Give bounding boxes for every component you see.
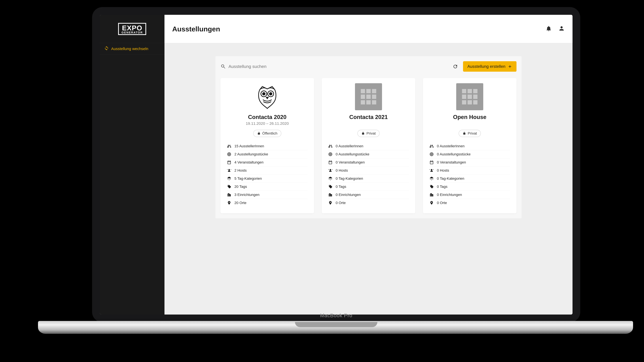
- svg-point-1: [262, 93, 265, 95]
- stat-tag-categories: 0 Tag-Kategorien: [430, 175, 510, 183]
- exhibition-cards: Contacta 2020 19.11.2020 – 26.11.2020 Öf…: [220, 78, 516, 213]
- topbar-actions: [546, 25, 565, 33]
- stat-events: 0 Veranstaltungen: [328, 158, 409, 167]
- exhibition-dates: [430, 121, 510, 126]
- app-root: EXPO GENERATOR Ausstellung wechseln Auss…: [100, 15, 572, 315]
- tag-icon: [227, 184, 231, 189]
- stat-places: 20 Orte: [227, 199, 308, 207]
- stat-hosts: 0 Hosts: [328, 167, 409, 175]
- bell-icon: [546, 25, 552, 32]
- account-button[interactable]: [558, 25, 565, 33]
- create-exhibition-button[interactable]: Ausstellung erstellen: [463, 61, 516, 72]
- building-icon: [328, 192, 332, 197]
- page-title: Ausstellungen: [172, 25, 220, 33]
- placeholder-icon: [456, 83, 483, 110]
- logo-bottom: GENERATOR: [122, 31, 143, 34]
- pin-icon: [227, 201, 231, 205]
- laptop-device: EXPO GENERATOR Ausstellung wechseln Auss…: [92, 7, 580, 342]
- device-brand: MacBook Pro: [320, 313, 352, 318]
- unlock-icon: [257, 132, 261, 135]
- panel-toolbar: Ausstellung erstellen: [220, 61, 516, 72]
- pin-icon: [328, 201, 332, 205]
- stat-places: 0 Orte: [430, 199, 510, 207]
- visibility-label: Privat: [468, 131, 477, 136]
- stat-exhibitors: 0 AusstellerInnen: [328, 142, 409, 150]
- stat-exhibitors: 0 AusstellerInnen: [430, 142, 510, 150]
- stat-tag-categories: 5 Tag-Kategorien: [227, 175, 308, 183]
- stat-tags: 0 Tags: [430, 183, 510, 191]
- lock-icon: [462, 132, 466, 135]
- stat-tag-categories: 0 Tag-Kategorien: [328, 175, 409, 183]
- visibility-label: Öffentlich: [262, 131, 278, 136]
- exhibition-title: Contacta 2021: [328, 114, 409, 120]
- visibility-chip[interactable]: Öffentlich: [253, 130, 281, 137]
- calendar-icon: [430, 160, 434, 165]
- exhibition-title: Contacta 2020: [227, 114, 308, 120]
- create-button-label: Ausstellung erstellen: [468, 64, 506, 69]
- owl-icon: [255, 85, 280, 109]
- sidebar: EXPO GENERATOR Ausstellung wechseln: [100, 15, 164, 315]
- placeholder-icon: [355, 83, 382, 110]
- refresh-icon: [452, 64, 458, 69]
- pin-icon: [430, 201, 434, 205]
- tag-icon: [328, 184, 332, 189]
- people-icon: [328, 144, 332, 148]
- tag-icon: [430, 184, 434, 189]
- exhibition-card[interactable]: Contacta 2020 19.11.2020 – 26.11.2020 Öf…: [220, 78, 314, 213]
- exhibition-card[interactable]: Contacta 2021 Privat 0 AusstellerInnen 0…: [322, 78, 415, 213]
- target-icon: [328, 152, 332, 157]
- people-icon: [430, 144, 434, 148]
- people-icon: [227, 144, 231, 148]
- topbar: Ausstellungen: [164, 15, 572, 43]
- target-icon: [430, 152, 434, 157]
- target-icon: [227, 152, 231, 157]
- building-icon: [227, 192, 231, 197]
- exhibition-stats: 0 AusstellerInnen 0 Ausstellungsstücke 0…: [328, 142, 409, 207]
- search-icon: [220, 64, 226, 69]
- user-icon: [558, 25, 565, 32]
- sidebar-item-label: Ausstellung wechseln: [111, 47, 148, 51]
- stat-tags: 20 Tags: [227, 183, 308, 191]
- stat-tags: 0 Tags: [328, 183, 409, 191]
- stat-hosts: 2 Hosts: [227, 167, 308, 175]
- visibility-label: Privat: [366, 131, 376, 136]
- laptop-lid: EXPO GENERATOR Ausstellung wechseln Auss…: [92, 7, 580, 322]
- exhibition-title: Open House: [430, 114, 510, 120]
- exhibition-card[interactable]: Open House Privat 0 AusstellerInnen 0 Au…: [423, 78, 516, 213]
- calendar-icon: [227, 160, 231, 165]
- stat-items: 2 Ausstellungsstücke: [227, 150, 308, 158]
- refresh-button[interactable]: [452, 63, 459, 70]
- exhibition-dates: [328, 121, 409, 126]
- stat-items: 0 Ausstellungsstücke: [430, 150, 510, 158]
- stat-hosts: 0 Hosts: [430, 167, 510, 175]
- stat-orgs: 0 Einrichtungen: [328, 191, 409, 199]
- stat-events: 4 Veranstaltungen: [227, 158, 308, 167]
- layers-icon: [227, 176, 231, 181]
- stat-items: 0 Ausstellungsstücke: [328, 150, 409, 158]
- lock-icon: [361, 132, 365, 135]
- stat-exhibitors: 15 AusstellerInnen: [227, 142, 308, 150]
- layers-icon: [328, 176, 332, 181]
- exhibition-thumb: [430, 83, 510, 110]
- page-body: Ausstellung erstellen: [164, 43, 572, 315]
- logo-box: EXPO GENERATOR: [118, 23, 146, 35]
- notifications-button[interactable]: [546, 25, 552, 33]
- laptop-screen: EXPO GENERATOR Ausstellung wechseln Auss…: [100, 15, 572, 315]
- visibility-chip[interactable]: Privat: [459, 130, 481, 137]
- exhibitions-panel: Ausstellung erstellen: [215, 56, 522, 218]
- stat-orgs: 0 Einrichtungen: [430, 191, 510, 199]
- host-icon: [328, 168, 332, 173]
- exhibition-dates: 19.11.2020 – 26.11.2020: [227, 121, 308, 126]
- visibility-chip[interactable]: Privat: [358, 130, 380, 137]
- search-field[interactable]: [220, 64, 448, 69]
- stat-places: 0 Orte: [328, 199, 409, 207]
- search-input[interactable]: [228, 64, 448, 69]
- layers-icon: [430, 176, 434, 181]
- exhibition-thumb: [227, 83, 308, 110]
- stat-orgs: 3 Einrichtungen: [227, 191, 308, 199]
- calendar-icon: [328, 160, 332, 165]
- host-icon: [227, 168, 231, 173]
- host-icon: [430, 168, 434, 173]
- sidebar-item-switch-exhibition[interactable]: Ausstellung wechseln: [100, 43, 164, 54]
- stat-events: 0 Veranstaltungen: [430, 158, 510, 167]
